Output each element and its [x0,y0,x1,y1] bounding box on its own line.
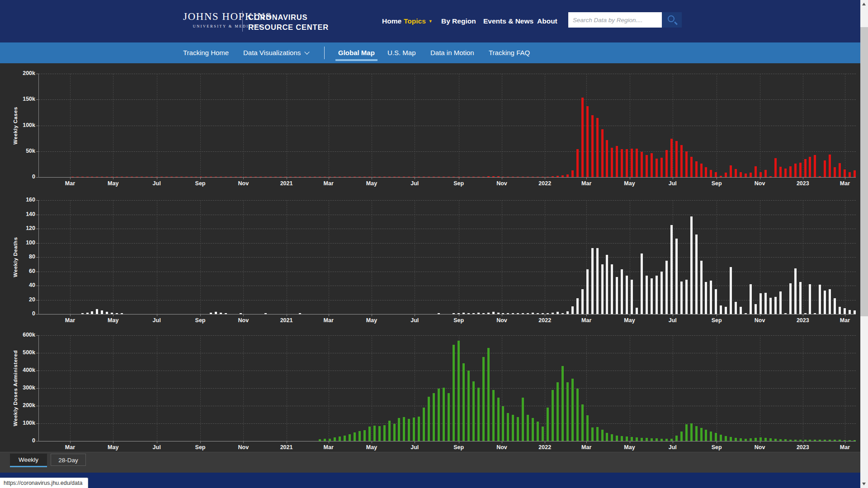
bar[interactable] [606,255,608,314]
bar[interactable] [324,439,326,441]
bar[interactable] [824,291,826,314]
bar[interactable] [710,170,712,177]
bar[interactable] [670,139,673,177]
bar[interactable] [512,415,514,441]
bar[interactable] [552,176,554,177]
bar[interactable] [225,313,227,314]
bar[interactable] [210,177,212,177]
bar[interactable] [566,382,569,441]
bar[interactable] [685,280,688,314]
bar[interactable] [210,313,212,314]
bar[interactable] [522,177,524,177]
bar[interactable] [586,415,589,441]
bar[interactable] [527,415,529,441]
bar[interactable] [705,282,707,314]
bar[interactable] [616,277,618,314]
bar[interactable] [458,341,460,441]
bar[interactable] [477,177,480,177]
bar[interactable] [319,177,321,177]
bar[interactable] [750,284,752,314]
bar[interactable] [561,313,564,314]
bar[interactable] [735,438,737,441]
bar[interactable] [581,289,584,314]
bar[interactable] [552,390,554,441]
bar[interactable] [472,381,475,441]
bar[interactable] [393,177,396,177]
bar[interactable] [566,311,569,314]
bar[interactable] [264,177,267,177]
bar[interactable] [665,439,668,441]
bar[interactable] [185,177,188,177]
bar[interactable] [151,177,153,177]
bar[interactable] [334,437,336,441]
bar[interactable] [403,417,405,441]
bar[interactable] [250,177,252,177]
bar[interactable] [700,164,703,177]
bar[interactable] [784,313,787,314]
bar[interactable] [839,307,841,314]
bar[interactable] [854,170,856,177]
bar[interactable] [745,313,747,314]
bar[interactable] [651,153,653,177]
bar[interactable] [700,261,703,314]
bar[interactable] [121,177,123,177]
bar[interactable] [368,427,371,441]
bar[interactable] [215,312,217,314]
bar[interactable] [720,435,722,441]
bar[interactable] [646,155,648,177]
bar[interactable] [636,308,638,314]
bar[interactable] [487,348,490,441]
bar[interactable] [725,307,727,314]
bar[interactable] [750,438,752,441]
bar[interactable] [537,177,539,177]
bar[interactable] [255,177,257,177]
bar[interactable] [156,177,158,177]
bar[interactable] [368,177,371,177]
bar[interactable] [720,176,722,177]
bar[interactable] [745,439,747,441]
bar[interactable] [467,177,470,177]
bar[interactable] [76,177,79,177]
bar[interactable] [690,423,693,441]
bar[interactable] [606,433,608,441]
bar[interactable] [294,177,297,177]
bar[interactable] [715,289,717,314]
bar[interactable] [165,177,168,177]
bar[interactable] [86,177,89,177]
nav-topics[interactable]: Topics▼ [404,17,433,25]
bar[interactable] [532,313,534,314]
bar[interactable] [755,166,757,177]
bar[interactable] [740,438,742,441]
bar[interactable] [264,313,267,314]
bar[interactable] [814,440,816,441]
bar[interactable] [388,421,391,441]
bar[interactable] [418,417,420,441]
bar[interactable] [388,177,391,177]
bar[interactable] [497,176,500,177]
bar[interactable] [205,177,207,177]
bar[interactable] [116,177,118,177]
bar[interactable] [586,106,589,177]
bar[interactable] [799,440,802,441]
bar[interactable] [799,282,802,314]
bar[interactable] [507,413,509,441]
bar[interactable] [651,438,653,441]
bar[interactable] [794,268,797,314]
bar[interactable] [349,177,351,177]
bar[interactable] [492,312,495,314]
bar[interactable] [413,418,415,441]
bar[interactable] [477,313,480,314]
bar[interactable] [299,313,301,314]
bar[interactable] [606,140,608,177]
bar[interactable] [809,157,811,177]
bar[interactable] [111,177,113,177]
bar[interactable] [651,278,653,314]
bar[interactable] [789,166,792,177]
bar[interactable] [844,308,846,314]
bar[interactable] [487,313,490,314]
bar[interactable] [492,390,495,441]
bar[interactable] [220,177,222,177]
bar[interactable] [542,313,544,314]
bar[interactable] [774,297,777,314]
bar[interactable] [215,177,217,177]
